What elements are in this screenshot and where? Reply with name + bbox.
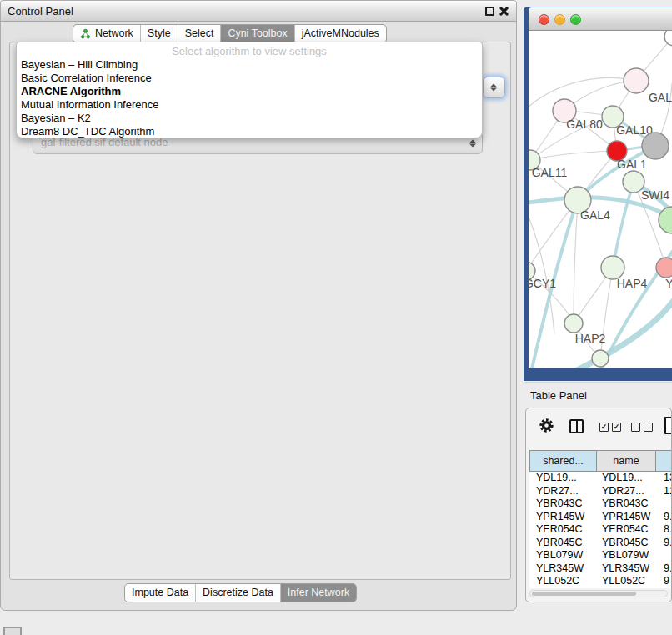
- network-edge[interactable]: [574, 200, 578, 323]
- network-window-titlebar[interactable]: [529, 8, 672, 31]
- control-panel-title: Control Panel: [8, 1, 73, 22]
- network-node-gal[interactable]: [624, 68, 649, 93]
- table-row[interactable]: YBR043CYBR043C: [529, 498, 672, 511]
- tab-discretize-data[interactable]: Discretize Data: [195, 584, 280, 602]
- close-icon[interactable]: [499, 6, 509, 17]
- table-cell: 9.: [657, 511, 672, 524]
- algorithm-option-basic-correlation-inference[interactable]: Basic Correlation Inference: [17, 72, 482, 85]
- table-hscrollbar-thumb[interactable]: [532, 592, 636, 596]
- stepper-arrows-icon: [490, 83, 497, 92]
- node-label-gal80: GAL80: [566, 118, 603, 131]
- table-row[interactable]: YDR27...YDR27...12: [529, 485, 672, 498]
- table-body: YDL19...YDL19...13YDR27...YDR27...12YBR0…: [529, 472, 672, 588]
- export-table-icon[interactable]: [664, 417, 672, 434]
- table-cell: YDR27...: [597, 485, 657, 498]
- cyni-bottom-tabs: Impute DataDiscretize DataInfer Network: [124, 583, 357, 602]
- table-cell: 8.: [657, 523, 672, 537]
- control-panel-tabs: NetworkStyleSelectCyni ToolboxjActiveMNo…: [73, 24, 387, 43]
- algorithm-option-dream8-dc-tdc-algorithm[interactable]: Dream8 DC_TDC Algorithm: [17, 125, 482, 138]
- table-hscrollbar[interactable]: [529, 590, 668, 598]
- table-cell: 9: [657, 575, 672, 588]
- table-row[interactable]: YER054CYER054C8.: [529, 523, 672, 537]
- select-columns-icon[interactable]: ✓ ✓: [599, 422, 621, 432]
- table-cell: YLL052C: [529, 575, 597, 588]
- algorithm-option-mutual-information-inference[interactable]: Mutual Information Inference: [17, 98, 482, 112]
- node-label-gal4: GAL4: [580, 208, 610, 222]
- table-cell: YDL19...: [597, 472, 657, 485]
- checked-box-icon: ✓: [599, 422, 609, 432]
- screen: Control Panel NetworkStyleSelectCyni Too…: [0, 0, 672, 635]
- collapsed-panel-icon[interactable]: [3, 627, 22, 635]
- table-cell: YBR045C: [529, 537, 597, 550]
- checked-box-icon: ✓: [612, 422, 621, 432]
- hide-columns-icon[interactable]: [631, 422, 653, 432]
- tab-style-label: Style: [148, 25, 171, 42]
- network-edge[interactable]: [613, 182, 634, 268]
- network-node-y[interactable]: [656, 258, 672, 278]
- node-label-swi4: SWI4: [641, 188, 669, 202]
- tab-jactivemnodules[interactable]: jActiveMNodules: [294, 25, 386, 42]
- algorithm-option-aracne-algorithm[interactable]: ARACNE Algorithm: [17, 85, 482, 98]
- node-label-gal11: GAL11: [532, 166, 568, 179]
- control-panel-window: Control Panel NetworkStyleSelectCyni Too…: [0, 0, 517, 611]
- table-panel-title: Table Panel: [530, 389, 587, 402]
- node-label-y: Y: [665, 277, 672, 290]
- tab-impute-data-label: Impute Data: [132, 584, 188, 602]
- network-node[interactable]: [592, 350, 609, 367]
- network-node[interactable]: [642, 132, 669, 159]
- node-label-hap2: HAP2: [575, 332, 606, 345]
- table-cell: YER054C: [529, 523, 597, 537]
- table-row[interactable]: YLR345WYLR345W9.: [529, 562, 672, 576]
- table-cell: YBL079W: [597, 549, 657, 562]
- table-cell: YBR043C: [597, 498, 657, 511]
- network-node-hap2[interactable]: [564, 314, 583, 332]
- node-label-gal: GAL: [649, 91, 672, 104]
- network-node-hap4[interactable]: [601, 256, 624, 279]
- network-edge[interactable]: [529, 78, 636, 107]
- column-header-a[interactable]: A: [655, 450, 672, 472]
- dropdown-items: Bayesian – Hill ClimbingBasic Correlatio…: [17, 58, 482, 138]
- table-row[interactable]: YBL079WYBL079W: [529, 549, 672, 562]
- algorithm-dropdown-popup: Select algorithm to view settings Bayesi…: [16, 42, 483, 138]
- table-row[interactable]: YDL19...YDL19...13: [529, 472, 672, 485]
- table-cell: [657, 498, 672, 511]
- table-cell: YLL052C: [597, 575, 657, 588]
- table-cell: [657, 549, 672, 562]
- table-row[interactable]: YPR145WYPR145W9.: [529, 511, 672, 524]
- table-row[interactable]: YLL052CYLL052C9: [529, 575, 672, 588]
- network-edge[interactable]: [530, 151, 617, 160]
- zoom-light-icon[interactable]: [570, 14, 581, 25]
- split-table-icon[interactable]: [569, 419, 584, 433]
- tab-cyni-toolbox[interactable]: Cyni Toolbox: [220, 25, 293, 42]
- table-cell: YER054C: [597, 523, 657, 537]
- tab-discretize-data-label: Discretize Data: [203, 584, 273, 602]
- control-panel-titlebar: Control Panel: [1, 1, 516, 22]
- float-window-icon[interactable]: [485, 7, 494, 16]
- algorithm-option-bayesian-hill-climbing[interactable]: Bayesian – Hill Climbing: [17, 58, 482, 72]
- tab-style[interactable]: Style: [140, 25, 178, 42]
- network-graph[interactable]: GALGAL80GAL10GAL1GAL11SWI4GAL4GCY1HAP4YH…: [529, 31, 672, 368]
- combo-stepper-icon: [469, 139, 476, 148]
- column-header-name[interactable]: name: [596, 450, 656, 472]
- table-cell: YPR145W: [529, 511, 597, 524]
- network-canvas[interactable]: GALGAL80GAL10GAL1GAL11SWI4GAL4GCY1HAP4YH…: [529, 31, 672, 368]
- node-label-gal1: GAL1: [617, 158, 647, 171]
- tab-select[interactable]: Select: [178, 25, 221, 42]
- tab-impute-data[interactable]: Impute Data: [125, 584, 195, 602]
- algorithm-option-bayesian-k2[interactable]: Bayesian – K2: [17, 112, 482, 125]
- table-cell: YBR045C: [597, 537, 657, 550]
- network-node[interactable]: [664, 31, 672, 46]
- tab-network-label: Network: [95, 25, 133, 42]
- settings-gear-icon[interactable]: [539, 418, 554, 433]
- table-cell: 12: [657, 485, 672, 498]
- tab-network[interactable]: Network: [73, 25, 140, 42]
- column-header-shared-[interactable]: shared...: [529, 450, 597, 472]
- minimize-light-icon[interactable]: [554, 14, 565, 25]
- algorithm-combobox-stepper[interactable]: [483, 77, 505, 98]
- network-view-window[interactable]: GALGAL80GAL10GAL1GAL11SWI4GAL4GCY1HAP4YH…: [524, 7, 672, 381]
- table-row[interactable]: YBR045CYBR045C9.: [529, 537, 672, 550]
- tab-cyni-toolbox-label: Cyni Toolbox: [228, 25, 287, 42]
- close-light-icon[interactable]: [539, 14, 549, 25]
- tab-infer-network[interactable]: Infer Network: [280, 584, 356, 602]
- table-cell: YLR345W: [597, 562, 657, 576]
